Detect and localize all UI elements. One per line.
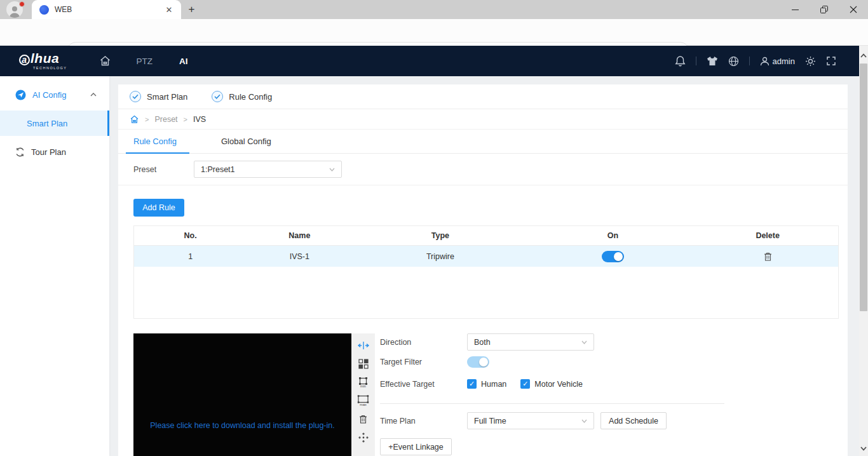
rule-name: IVS-1 bbox=[247, 252, 352, 261]
user-icon bbox=[760, 57, 770, 66]
delete-shape-icon[interactable] bbox=[357, 413, 370, 425]
direction-select[interactable]: Both bbox=[467, 333, 594, 351]
scroll-up-icon[interactable] bbox=[859, 51, 868, 60]
chevron-down-icon bbox=[329, 168, 335, 171]
window-controls bbox=[780, 0, 868, 19]
max-size-icon[interactable]: max bbox=[357, 394, 370, 406]
plugin-download-link[interactable]: Please click here to download and instal… bbox=[133, 421, 351, 430]
table-header-row: No. Name Type On Delete bbox=[134, 226, 838, 246]
add-schedule-button[interactable]: Add Schedule bbox=[600, 412, 667, 429]
preset-label: Preset bbox=[133, 165, 194, 174]
settings-gear-icon[interactable] bbox=[805, 56, 816, 67]
time-plan-select[interactable]: Full Time bbox=[467, 412, 594, 429]
config-tabs: Rule Config Global Config bbox=[118, 130, 848, 154]
rule-type: Tripwire bbox=[352, 252, 528, 261]
sidebar: AI Config Smart Plan Tour Plan bbox=[0, 76, 109, 456]
rule-on-toggle[interactable] bbox=[602, 251, 624, 262]
theme-skin-icon[interactable] bbox=[707, 56, 718, 66]
chevron-up-icon bbox=[90, 93, 97, 97]
tour-plan-icon bbox=[15, 147, 25, 157]
form-divider bbox=[380, 403, 724, 404]
content-card: > Preset > IVS Rule Config Global Config… bbox=[118, 109, 848, 456]
new-tab-button[interactable]: + bbox=[186, 4, 198, 16]
browser-titlebar: WEB ✕ + bbox=[0, 0, 868, 19]
notification-bell-icon[interactable] bbox=[675, 55, 686, 67]
draw-tripwire-icon[interactable] bbox=[357, 339, 370, 351]
language-globe-icon[interactable] bbox=[728, 56, 739, 67]
chevron-down-icon bbox=[581, 340, 587, 344]
breadcrumb-preset[interactable]: Preset bbox=[154, 115, 177, 124]
rule-no: 1 bbox=[134, 252, 247, 261]
browser-tab[interactable]: WEB ✕ bbox=[32, 0, 181, 19]
target-filter-label: Target Filter bbox=[380, 358, 467, 366]
tab-title: WEB bbox=[55, 5, 163, 14]
effective-target-label: Effective Target bbox=[380, 380, 467, 389]
rule-table: No. Name Type On Delete 1 IVS-1 Tripwire bbox=[133, 225, 839, 319]
chevron-down-icon bbox=[581, 419, 587, 423]
window-close-button[interactable] bbox=[839, 0, 868, 19]
direction-label: Direction bbox=[380, 338, 467, 347]
breadcrumb-ivs: IVS bbox=[193, 115, 206, 124]
target-filter-toggle[interactable] bbox=[467, 356, 489, 368]
dahua-logo: alhua TECHNOLOGY bbox=[19, 51, 67, 70]
tab-global-config[interactable]: Global Config bbox=[221, 137, 280, 153]
table-row[interactable]: 1 IVS-1 Tripwire bbox=[134, 246, 838, 267]
nav-ai[interactable]: AI bbox=[179, 57, 188, 66]
motor-vehicle-checkbox-wrap[interactable]: ✓ Motor Vehicle bbox=[520, 379, 583, 389]
add-rule-button[interactable]: Add Rule bbox=[133, 199, 184, 217]
effective-target-row: Effective Target ✓ Human ✓ Motor Vehicle bbox=[380, 379, 597, 389]
tab-rule-config[interactable]: Rule Config bbox=[133, 137, 186, 153]
browser-toolbar: 不安全 192.168.1.108/#/index/AIConfig/ ••• bbox=[0, 19, 868, 46]
wizard-steps: Smart Plan Rule Config bbox=[118, 84, 848, 109]
page-scrollbar[interactable] bbox=[859, 46, 868, 456]
motor-vehicle-checkbox[interactable]: ✓ bbox=[520, 379, 530, 389]
grid-pattern-icon[interactable] bbox=[357, 358, 370, 370]
nav-ptz[interactable]: PTZ bbox=[137, 57, 153, 66]
username-label: admin bbox=[773, 57, 795, 66]
home-nav-icon[interactable] bbox=[99, 55, 111, 67]
header-divider bbox=[749, 57, 750, 65]
sidebar-item-ai-config[interactable]: AI Config bbox=[0, 82, 109, 107]
sidebar-item-tour-plan[interactable]: Tour Plan bbox=[0, 139, 109, 164]
user-menu[interactable]: admin bbox=[760, 57, 795, 66]
step-smart-plan[interactable]: Smart Plan bbox=[130, 91, 187, 102]
profile-notification-dot bbox=[19, 1, 25, 7]
human-checkbox[interactable]: ✓ bbox=[467, 379, 477, 389]
direction-row: Direction Both bbox=[380, 333, 594, 351]
step-rule-config[interactable]: Rule Config bbox=[212, 91, 272, 102]
target-filter-row: Target Filter bbox=[380, 356, 489, 368]
scroll-down-icon[interactable] bbox=[859, 444, 868, 453]
breadcrumb: > Preset > IVS bbox=[118, 109, 848, 130]
site-header: alhua TECHNOLOGY PTZ AI admin bbox=[0, 46, 859, 76]
step-check-icon bbox=[130, 91, 141, 102]
window-restore-button[interactable] bbox=[810, 0, 839, 19]
video-preview[interactable]: Please click here to download and instal… bbox=[133, 333, 351, 456]
page-body: AI Config Smart Plan Tour Plan Smart Pla… bbox=[0, 76, 859, 456]
pan-move-icon[interactable] bbox=[357, 431, 370, 443]
sidebar-item-smart-plan[interactable]: Smart Plan bbox=[0, 111, 109, 136]
breadcrumb-home-icon[interactable] bbox=[130, 115, 139, 124]
step-check-icon bbox=[212, 91, 223, 102]
human-checkbox-wrap[interactable]: ✓ Human bbox=[467, 379, 506, 389]
tab-favicon-icon bbox=[39, 5, 49, 15]
preset-select[interactable]: 1:Preset1 bbox=[194, 161, 342, 178]
min-size-icon[interactable]: min bbox=[357, 376, 370, 388]
event-linkage-button[interactable]: +Event Linkage bbox=[380, 438, 452, 455]
fullscreen-icon[interactable] bbox=[826, 56, 836, 66]
delete-rule-icon[interactable] bbox=[764, 252, 772, 261]
scrollbar-thumb[interactable] bbox=[860, 64, 867, 311]
tab-close-icon[interactable]: ✕ bbox=[163, 4, 175, 15]
drawing-toolbar: min max bbox=[351, 333, 375, 456]
ai-config-icon bbox=[15, 90, 26, 100]
time-plan-label: Time Plan bbox=[380, 417, 467, 426]
preset-row: Preset 1:Preset1 bbox=[118, 154, 848, 185]
header-divider bbox=[696, 57, 696, 65]
window-minimize-button[interactable] bbox=[780, 0, 810, 19]
browser-window: WEB ✕ + 不安全 192.168.1.108/#/index/AIConf… bbox=[0, 0, 868, 456]
time-plan-row: Time Plan Full Time Add Schedule bbox=[380, 412, 667, 429]
